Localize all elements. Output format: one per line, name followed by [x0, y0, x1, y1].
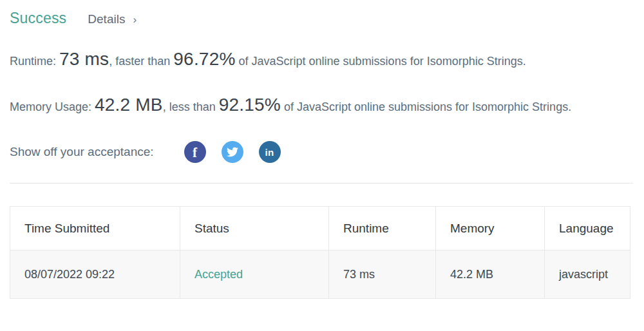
header-time-submitted: Time Submitted — [10, 207, 180, 251]
runtime-mid-text: , faster than — [109, 55, 173, 68]
result-header: Success Details › — [10, 10, 634, 27]
header-status: Status — [180, 207, 329, 251]
cell-runtime: 73 ms — [329, 251, 436, 299]
linkedin-icon: in — [265, 147, 274, 157]
memory-stat-line: Memory Usage: 42.2 MB, less than 92.15% … — [10, 92, 633, 118]
facebook-share-button[interactable]: f — [184, 141, 206, 163]
memory-percentile: 92.15% — [219, 95, 281, 115]
cell-language: javascript — [545, 251, 630, 299]
share-label: Show off your acceptance: — [10, 145, 154, 159]
twitter-share-button[interactable] — [222, 141, 243, 163]
runtime-stat-line: Runtime: 73 ms, faster than 96.72% of Ja… — [10, 46, 633, 73]
header-runtime: Runtime — [329, 207, 436, 251]
twitter-icon — [227, 146, 238, 158]
cell-status: Accepted — [180, 251, 329, 299]
memory-label: Memory Usage: — [10, 100, 95, 113]
facebook-icon: f — [193, 146, 197, 160]
success-title: Success — [10, 10, 66, 27]
share-row: Show off your acceptance: f in — [10, 141, 634, 163]
runtime-percentile: 96.72% — [173, 49, 235, 69]
status-accepted-link[interactable]: Accepted — [194, 268, 243, 281]
section-divider — [10, 183, 633, 184]
chevron-right-icon: › — [133, 14, 137, 26]
memory-value: 42.2 MB — [95, 95, 163, 115]
submissions-table: Time Submitted Status Runtime Memory Lan… — [10, 206, 630, 299]
cell-memory: 42.2 MB — [436, 251, 545, 299]
details-link[interactable]: Details › — [88, 12, 137, 26]
memory-mid-text: , less than — [163, 100, 219, 113]
table-header-row: Time Submitted Status Runtime Memory Lan… — [10, 207, 630, 251]
linkedin-share-button[interactable]: in — [259, 141, 281, 163]
runtime-value: 73 ms — [59, 49, 109, 69]
details-link-label: Details — [88, 12, 125, 26]
header-language: Language — [545, 207, 630, 251]
share-icons: f in — [184, 141, 281, 163]
memory-suffix-text: of JavaScript online submissions for Iso… — [281, 100, 571, 113]
runtime-suffix-text: of JavaScript online submissions for Iso… — [236, 55, 526, 68]
header-memory: Memory — [436, 207, 545, 251]
cell-time-submitted: 08/07/2022 09:22 — [10, 251, 180, 299]
runtime-label: Runtime: — [10, 55, 59, 68]
table-row: 08/07/2022 09:22 Accepted 73 ms 42.2 MB … — [10, 251, 630, 299]
